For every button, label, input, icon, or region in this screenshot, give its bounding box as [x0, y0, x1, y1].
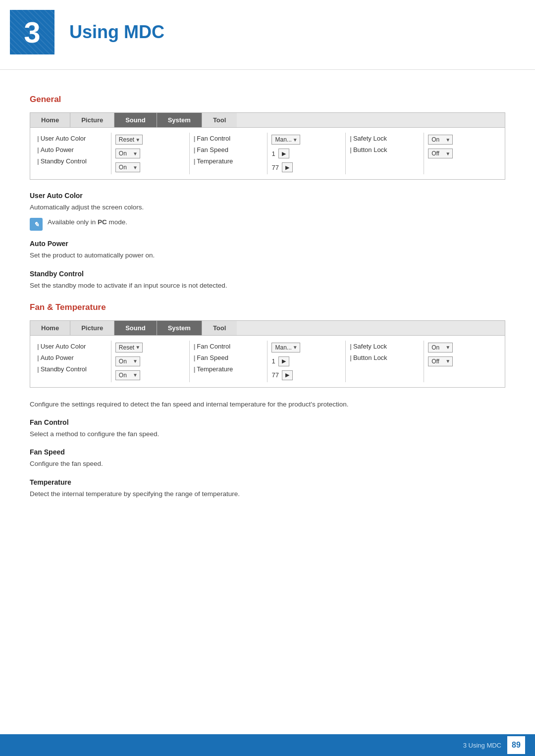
fan-temp-body: Configure the settings required to detec… — [30, 400, 505, 409]
tab2-system[interactable]: System — [157, 321, 202, 335]
tab2-picture[interactable]: Picture — [70, 321, 114, 335]
footer-page-number: 89 — [507, 736, 525, 754]
user-auto-color-title: User Auto Color — [30, 192, 505, 200]
col-lock-values: On ▼ Off ▼ — [424, 133, 502, 174]
chapter-number: 3 — [24, 15, 40, 50]
tab-tool[interactable]: Tool — [202, 113, 237, 127]
standby-select[interactable]: On ▼ — [115, 162, 140, 172]
col2-lock-values: On ▼ Off ▼ — [424, 341, 502, 382]
button-lock-label: Button Lock — [350, 146, 387, 153]
t2-fan-control-label: Fan Control — [194, 343, 231, 350]
col2-fan-values: Man... ▼ 1 ▶ 77 ▶ — [268, 341, 346, 382]
col-fan-values: Man... ▼ 1 ▶ 77 ▶ — [268, 133, 346, 174]
button-lock-select[interactable]: Off ▼ — [428, 149, 453, 158]
t2-fan-control-select[interactable]: Man... ▼ — [271, 343, 300, 353]
standby-control-body: Set the standby mode to activate if an i… — [30, 281, 505, 291]
user-auto-color-label: User Auto Color — [37, 135, 86, 142]
table1-tabs: Home Picture Sound System Tool — [30, 113, 505, 128]
tab2-tool[interactable]: Tool — [202, 321, 237, 335]
temperature-body: Detect the internal temperature by speci… — [30, 489, 505, 499]
reset-arrow-icon: ▼ — [135, 137, 140, 143]
t2-standby-select[interactable]: On ▼ — [115, 370, 140, 380]
auto-power-body: Set the product to automatically power o… — [30, 251, 505, 260]
fan-control-select[interactable]: Man... ▼ — [271, 135, 300, 145]
row-on-standby: On ▼ — [115, 162, 185, 172]
t2-fan-speed-label: Fan Speed — [194, 354, 228, 361]
row2-standby-control: Standby Control — [37, 365, 107, 373]
row-button-lock: Button Lock — [350, 146, 420, 153]
note-icon-glyph: ✎ — [34, 221, 39, 228]
t2-user-auto-color-label: User Auto Color — [37, 343, 86, 350]
pc-bold: PC — [98, 218, 107, 226]
tab2-sound[interactable]: Sound — [114, 321, 157, 335]
tab-home[interactable]: Home — [30, 113, 70, 127]
row-safety-lock: Safety Lock — [350, 135, 420, 142]
fan-speed-title: Fan Speed — [30, 448, 505, 456]
auto-power-label: Auto Power — [37, 146, 74, 153]
t2-safety-arrow: ▼ — [445, 345, 450, 350]
t2-auto-power-label: Auto Power — [37, 354, 74, 361]
auto-power-select[interactable]: On ▼ — [115, 149, 140, 158]
t2-button-lock-select[interactable]: Off ▼ — [428, 356, 453, 366]
tab-system[interactable]: System — [157, 113, 202, 127]
footer-text: 3 Using MDC — [463, 742, 501, 749]
tab-sound[interactable]: Sound — [114, 113, 157, 127]
fan-speed-value: 1 — [271, 150, 275, 157]
note-icon: ✎ — [30, 218, 43, 231]
fan-speed-next-btn[interactable]: ▶ — [278, 149, 289, 158]
general-table: Home Picture Sound System Tool User Auto… — [30, 112, 505, 180]
col2-values-1: Reset ▼ On ▼ On ▼ — [111, 341, 190, 382]
temperature-label: Temperature — [194, 157, 233, 165]
auto-power-arrow-icon: ▼ — [133, 151, 138, 156]
row-fan-speed-val: 1 ▶ — [271, 149, 341, 158]
tab-picture[interactable]: Picture — [70, 113, 114, 127]
safety-lock-arrow-icon: ▼ — [445, 137, 450, 143]
auto-power-title: Auto Power — [30, 240, 505, 248]
t2-auto-power-arrow: ▼ — [133, 358, 138, 364]
t2-auto-power-select[interactable]: On ▼ — [115, 356, 140, 366]
col-lock-labels: Safety Lock Button Lock — [346, 133, 424, 174]
t2-temperature-label: Temperature — [194, 365, 233, 373]
t2-fan-control-arrow: ▼ — [293, 345, 298, 350]
col-fan-labels: Fan Control Fan Speed Temperature — [190, 133, 268, 174]
row-user-auto-color: User Auto Color — [37, 135, 107, 142]
row-on-auto-power: On ▼ — [115, 149, 185, 158]
temperature-next-btn[interactable]: ▶ — [282, 162, 293, 172]
t2-temperature-val: 77 — [271, 371, 278, 379]
t2-safety-lock-label: Safety Lock — [350, 343, 387, 350]
col-labels-1: User Auto Color Auto Power Standby Contr… — [33, 133, 111, 174]
reset-select[interactable]: Reset ▼ — [115, 135, 143, 145]
t2-temperature-btn[interactable]: ▶ — [282, 370, 293, 380]
col2-labels-1: User Auto Color Auto Power Standby Contr… — [33, 341, 111, 382]
note-text: Available only in PC mode. — [48, 217, 127, 227]
fan-control-arrow-icon: ▼ — [293, 137, 298, 143]
standby-arrow-icon: ▼ — [133, 165, 138, 170]
note-box: ✎ Available only in PC mode. — [30, 217, 505, 231]
user-auto-color-body: Automatically adjust the screen colors. — [30, 202, 505, 212]
t2-fan-speed-btn[interactable]: ▶ — [278, 356, 289, 366]
page-footer: 3 Using MDC 89 — [0, 734, 535, 756]
row-fan-speed: Fan Speed — [194, 146, 264, 153]
row-auto-power: Auto Power — [37, 146, 107, 153]
button-lock-arrow-icon: ▼ — [445, 151, 450, 156]
t2-fan-speed-val: 1 — [271, 357, 275, 365]
row-button-off: Off ▼ — [428, 149, 498, 158]
t2-safety-lock-select[interactable]: On ▼ — [428, 343, 453, 353]
fan-speed-label: Fan Speed — [194, 146, 228, 153]
temperature-value: 77 — [271, 164, 278, 171]
t2-standby-arrow: ▼ — [133, 372, 138, 378]
row-temperature: Temperature — [194, 157, 264, 165]
t2-reset-select[interactable]: Reset ▼ — [115, 343, 143, 353]
tab2-home[interactable]: Home — [30, 321, 70, 335]
row-fan-control: Fan Control — [194, 135, 264, 142]
fan-temp-table: Home Picture Sound System Tool User Auto… — [30, 320, 505, 388]
t2-reset-arrow: ▼ — [135, 345, 140, 350]
chapter-box: 3 — [10, 10, 54, 54]
chapter-title: Using MDC — [69, 22, 164, 43]
safety-lock-select[interactable]: On ▼ — [428, 135, 453, 145]
row-reset: Reset ▼ — [115, 135, 185, 145]
table2-tabs: Home Picture Sound System Tool — [30, 321, 505, 336]
t2-button-lock-label: Button Lock — [350, 354, 387, 361]
table1-body: User Auto Color Auto Power Standby Contr… — [30, 128, 505, 179]
page-header: 3 Using MDC — [0, 0, 535, 70]
